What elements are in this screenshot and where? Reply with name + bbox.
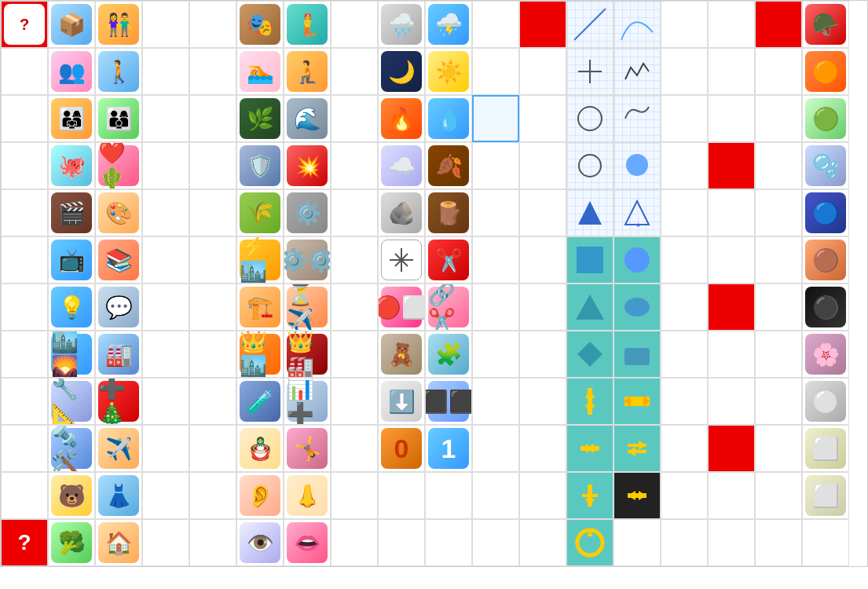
cell-r2c10[interactable]: ☀️ [425,48,472,95]
cell-r11c14 [613,472,661,519]
cell-r11c18[interactable]: ⬜ [802,472,849,519]
cell-r7c18[interactable]: ⚫ [802,284,849,331]
cell-r1c17[interactable] [755,1,802,48]
cell-r4c10[interactable]: 🍂 [425,142,472,189]
cell-r4c18[interactable]: 🫧 [802,142,849,189]
cell-r4c9[interactable]: ☁️ [378,142,425,189]
cell-r4c7[interactable]: 💥 [284,142,331,189]
cell-r8c8 [331,331,378,378]
cell-r11c3[interactable]: 👗 [95,472,142,519]
cell-r4c3[interactable]: ❤️🌵 [95,142,142,189]
cell-r6c10[interactable]: ✂️ [425,236,472,284]
cell-r8c18[interactable]: 🌸 [802,331,849,378]
cell-r11c1 [1,472,48,519]
cell-r6c18[interactable]: 🟤 [802,236,849,284]
cell-r4c2[interactable]: 🐙 [48,142,95,189]
cell-r1c9[interactable]: 🌧️ [378,1,425,48]
cell-r6c9[interactable] [378,236,425,284]
cell-r9c4 [142,378,189,425]
cell-r1c3[interactable]: 👫 [95,1,142,48]
cell-r5c10[interactable]: 🪵 [425,189,472,236]
cell-r7c9[interactable]: 🔴⬜ [378,284,425,331]
cell-r10c9[interactable]: 0 [378,425,425,472]
cell-r4c16[interactable] [708,142,755,189]
cell-r9c3[interactable]: ➕🎄 [95,378,142,425]
cell-r8c3[interactable]: 🏭 [95,331,142,378]
main-grid: ? 📦 👫 🎭 🧜 🌧️ ⛈️ 🪖 👥 🚶 🏊 [0,0,868,567]
cell-r9c10[interactable]: ⬛⬛ [425,378,472,425]
cell-r12c2[interactable]: 🥦 [48,519,95,566]
cell-r2c6[interactable]: 🏊 [236,48,284,95]
cell-r7c16[interactable] [708,284,755,331]
cell-r3c1 [1,95,48,142]
cell-r10c10[interactable]: 1 [425,425,472,472]
cell-r8c7[interactable]: 👑🏭 [284,331,331,378]
cell-r6c16 [708,236,755,284]
cell-r10c3[interactable]: ✈️ [95,425,142,472]
cell-r2c3[interactable]: 🚶 [95,48,142,95]
cell-r8c2[interactable]: 🏙️🌄 [48,331,95,378]
cell-r5c2[interactable]: 🎬 [48,189,95,236]
cell-r2c9[interactable]: 🌙 [378,48,425,95]
cell-r2c12 [519,48,566,95]
cell-r8c6[interactable]: 👑🏙️ [236,331,284,378]
cell-r3c6[interactable]: 🌿 [236,95,284,142]
cell-r1c10[interactable]: ⛈️ [425,1,472,48]
cell-r2c7[interactable]: 🧎 [284,48,331,95]
cell-r12c1[interactable]: ? [1,519,48,566]
cell-r9c18[interactable]: ⚪ [802,378,849,425]
cell-r10c16[interactable] [708,425,755,472]
cell-r7c2[interactable]: 💡 [48,284,95,331]
cell-r9c6[interactable]: 🧪 [236,378,284,425]
cell-r5c9[interactable]: 🪨 [378,189,425,236]
cell-r8c9[interactable]: 🧸 [378,331,425,378]
cell-r12c3[interactable]: 🏠 [95,519,142,566]
cell-r7c6[interactable]: 🏗️ [236,284,284,331]
cell-r10c18[interactable]: ⬜ [802,425,849,472]
cell-r11c7[interactable]: 👃 [284,472,331,519]
cell-r11c8 [331,472,378,519]
cell-r5c6[interactable]: 🌾 [236,189,284,236]
cell-r3c10[interactable]: 💧 [425,95,472,142]
cell-r6c7[interactable]: ⚙️⚙️ [284,236,331,284]
cell-r1c7[interactable]: 🧜 [284,1,331,48]
svg-point-14 [624,247,650,273]
cell-r11c6[interactable]: 👂 [236,472,284,519]
cell-r3c14 [613,95,661,142]
cell-r12c6[interactable]: 👁️ [236,519,284,566]
cell-r1c12[interactable] [519,1,566,48]
cell-r1c18[interactable]: 🪖 [802,1,849,48]
cell-r10c6[interactable]: 🪆 [236,425,284,472]
cell-r11c16 [708,472,755,519]
cell-r9c2[interactable]: 🔧📐 [48,378,95,425]
cell-r6c2[interactable]: 📺 [48,236,95,284]
cell-r8c16 [708,331,755,378]
cell-r6c6[interactable]: ⚡🏙️ [236,236,284,284]
cell-r2c2[interactable]: 👥 [48,48,95,95]
cell-r7c10[interactable]: 🔗✂️ [425,284,472,331]
cell-r6c3[interactable]: 📚 [95,236,142,284]
cell-r3c18[interactable]: 🟢 [802,95,849,142]
cell-r1c6[interactable]: 🎭 [236,1,284,48]
cell-r3c3[interactable]: 👨‍👩‍👦 [95,95,142,142]
cell-r7c3[interactable]: 💬 [95,284,142,331]
cell-r1c2[interactable]: 📦 [48,1,95,48]
cell-r4c6[interactable]: 🛡️ [236,142,284,189]
cell-r1c1[interactable]: ? [1,1,48,48]
cell-r7c7[interactable]: ⏳✈️ [284,284,331,331]
cell-r3c7[interactable]: 🌊 [284,95,331,142]
cell-r8c10[interactable]: 🧩 [425,331,472,378]
cell-r5c3[interactable]: 🎨 [95,189,142,236]
cell-r9c9[interactable]: ⬇️ [378,378,425,425]
cell-r2c18[interactable]: 🟠 [802,48,849,95]
cell-r10c2[interactable]: 🔩🛠️ [48,425,95,472]
cell-r5c7[interactable]: ⚙️ [284,189,331,236]
cell-r10c14 [613,425,661,472]
cell-r11c2[interactable]: 🐻 [48,472,95,519]
cell-r5c18[interactable]: 🔵 [802,189,849,236]
cell-r12c7[interactable]: 👄 [284,519,331,566]
cell-r3c9[interactable]: 🔥 [378,95,425,142]
cell-r10c7[interactable]: 🤸 [284,425,331,472]
cell-r9c7[interactable]: 📊➕ [284,378,331,425]
cell-r3c2[interactable]: 👨‍👩‍👧 [48,95,95,142]
